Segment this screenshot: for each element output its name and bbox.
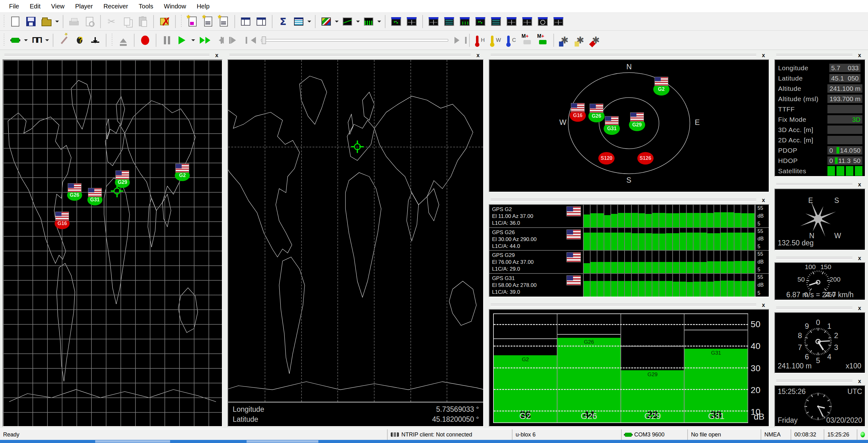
dropdown-caret-icon[interactable] (23, 33, 29, 48)
signal-levels-titlebar[interactable]: x (489, 196, 769, 204)
copy-button[interactable] (120, 14, 134, 29)
close-icon[interactable]: x (474, 52, 482, 59)
toolbar-grip[interactable] (180, 15, 183, 28)
menu-help[interactable]: Help (191, 1, 215, 12)
paste-button[interactable] (135, 14, 150, 29)
menu-view[interactable]: View (46, 1, 70, 12)
close-icon[interactable]: x (213, 52, 221, 59)
record-button[interactable] (137, 33, 153, 48)
map-view-button[interactable] (319, 14, 334, 29)
compass-titlebar[interactable]: x (774, 180, 866, 188)
menu-file[interactable]: File (4, 1, 24, 12)
cut-button[interactable]: ✂ (104, 14, 119, 29)
debug-bug-button[interactable] (72, 33, 87, 48)
win-list-button[interactable] (489, 14, 503, 29)
thermo-cold-button[interactable]: C (504, 33, 519, 48)
altimeter-titlebar[interactable]: x (774, 304, 866, 312)
drag-grip[interactable] (776, 307, 852, 310)
print-button[interactable] (66, 14, 82, 29)
win-rose-button[interactable] (504, 14, 519, 29)
drag-grip[interactable] (491, 304, 756, 306)
close-file-button[interactable] (157, 14, 172, 29)
win-grid-button[interactable] (442, 14, 457, 29)
win-skyplot-button[interactable] (426, 14, 441, 29)
drag-grip[interactable] (491, 54, 756, 57)
dropdown-caret-icon[interactable] (190, 33, 196, 48)
thermo-warm-button[interactable]: W (489, 33, 503, 48)
pause-button[interactable] (159, 33, 175, 48)
close-icon[interactable]: x (760, 302, 768, 308)
skip-end-button[interactable] (451, 33, 466, 48)
dropdown-caret-icon[interactable] (334, 14, 340, 29)
new-date-doc-button[interactable] (201, 14, 216, 29)
drag-grip[interactable] (776, 183, 852, 186)
playback-slider[interactable] (261, 33, 448, 48)
connect-button[interactable] (8, 33, 23, 48)
close-icon[interactable]: x (856, 378, 864, 385)
table-view-button[interactable] (291, 14, 306, 29)
new-file-button[interactable] (8, 14, 23, 29)
plug-m1-button[interactable]: M+ (520, 33, 535, 48)
nav-info-titlebar[interactable]: x (774, 51, 866, 59)
print-preview-button[interactable] (82, 14, 97, 29)
signal-chart-titlebar[interactable]: x (489, 301, 769, 309)
close-icon[interactable]: x (856, 52, 864, 59)
bars-view-button[interactable] (361, 14, 376, 29)
drag-grip[interactable] (491, 199, 756, 202)
toolbar-grip[interactable] (111, 34, 114, 47)
fast-forward-button[interactable] (196, 33, 211, 48)
drag-grip[interactable] (229, 54, 471, 57)
clock-titlebar[interactable]: x (774, 377, 866, 385)
toolbar-grip[interactable] (3, 34, 6, 47)
dropdown-caret-icon[interactable] (54, 14, 60, 29)
menu-tools[interactable]: Tools (133, 1, 159, 12)
position-map-titlebar[interactable]: x (227, 51, 484, 59)
window-skyplot-button[interactable] (404, 14, 419, 29)
graph-view-button[interactable] (340, 14, 355, 29)
menu-edit[interactable]: Edit (24, 1, 45, 12)
slider-thumb[interactable] (262, 36, 266, 44)
signal-wave-button[interactable]: ΠΠ (29, 33, 44, 48)
new-map-doc-button[interactable] (185, 14, 200, 29)
drag-grip[interactable] (776, 257, 852, 260)
gear-save-button[interactable]: ✱ (557, 33, 572, 48)
win-star-button[interactable] (551, 14, 566, 29)
close-icon[interactable]: x (856, 255, 864, 262)
win-clock-button[interactable] (535, 14, 550, 29)
step-forward-button[interactable] (227, 33, 243, 48)
skip-start-button[interactable] (243, 33, 258, 48)
world-map-titlebar[interactable]: x (2, 51, 222, 59)
thermo-hot-button[interactable]: H (473, 33, 488, 48)
split-window-left-button[interactable] (238, 14, 253, 29)
sum-button[interactable]: Σ (276, 14, 290, 29)
win-burst-button[interactable] (520, 14, 535, 29)
slider-track[interactable] (261, 39, 448, 41)
toolbar-grip[interactable] (3, 15, 6, 28)
dropdown-caret-icon[interactable] (307, 14, 312, 29)
menu-receiver[interactable]: Receiver (98, 1, 133, 12)
eject-button[interactable] (116, 33, 131, 48)
antenna-button[interactable] (88, 33, 103, 48)
skyplot-titlebar[interactable]: x (489, 51, 769, 59)
drag-grip[interactable] (776, 54, 852, 57)
menu-window[interactable]: Window (159, 1, 191, 12)
plug-m2-button[interactable]: M+ (535, 33, 550, 48)
step-back-button[interactable] (212, 33, 227, 48)
close-icon[interactable]: x (856, 181, 864, 188)
close-icon[interactable]: x (760, 52, 768, 59)
speedometer-titlebar[interactable]: x (774, 254, 866, 262)
drag-grip[interactable] (776, 380, 852, 383)
win-bars-button[interactable] (457, 14, 472, 29)
dropdown-caret-icon[interactable] (355, 14, 361, 29)
menu-player[interactable]: Player (70, 1, 98, 12)
split-window-right-button[interactable] (254, 14, 269, 29)
save-button[interactable] (23, 14, 38, 29)
close-icon[interactable]: x (856, 305, 864, 312)
open-button[interactable] (39, 14, 54, 29)
gear-delete-button[interactable]: ✱ (588, 33, 603, 48)
win-compass-button[interactable] (473, 14, 488, 29)
drag-grip[interactable] (4, 54, 210, 57)
magic-wand-button[interactable] (57, 33, 71, 48)
gear-new-button[interactable]: ✱ (573, 33, 588, 48)
window-map-button[interactable] (389, 14, 404, 29)
